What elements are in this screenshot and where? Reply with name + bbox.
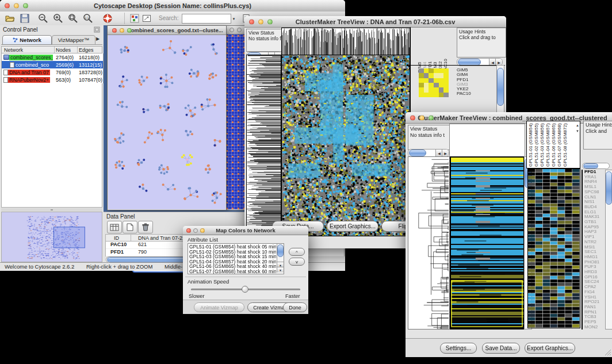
heatmap-column-label[interactable]: PFD1 (428, 29, 433, 73)
heatmap-row-label[interactable]: PAC10 (457, 91, 471, 96)
close-button[interactable] (249, 19, 254, 24)
tabs-overflow-arrow[interactable]: ▶ (96, 36, 100, 41)
network-overview-icon[interactable] (124, 13, 141, 24)
help-lifering-icon[interactable] (101, 13, 114, 24)
tv1-usage-hints-title: Usage Hints (459, 29, 485, 35)
tv2-main-heatmap[interactable] (450, 156, 525, 329)
new-attribute-icon[interactable] (123, 221, 137, 233)
treeview2-window: ClusterMaker TreeView : combined_scores_… (406, 112, 612, 357)
attribute-select-icon[interactable] (107, 221, 122, 233)
heatmap-column-label[interactable]: GIM3 (433, 29, 438, 73)
heatmap-cell (439, 68, 444, 73)
heatmap-column-label[interactable]: GPL51-03 (GSM856) (540, 122, 545, 167)
minimize-button[interactable] (258, 19, 263, 24)
animation-speed-slider[interactable] (191, 289, 300, 290)
tv2-save-data-button[interactable]: Save Data... (482, 343, 520, 354)
tv2-status-hscrollbar[interactable]: ◀ ▶ (408, 149, 449, 157)
tv1-gene-dendrogram[interactable] (246, 55, 281, 236)
heatmap-column-label[interactable]: PAC10 (443, 29, 448, 73)
treeview1-title-bar[interactable]: ClusterMaker TreeView : DNA and Tran 07-… (244, 16, 506, 28)
dialog-title-bar[interactable]: Map Colors to Network (183, 226, 308, 235)
heatmap-column-label[interactable]: GPL51-06 (GSM865) (552, 122, 556, 167)
zoom-window-button[interactable] (267, 19, 273, 24)
network-canvas-1[interactable] (108, 35, 225, 209)
tv1-export-graphics-button[interactable]: Export Graphics... (327, 221, 378, 232)
zoom-selected-icon[interactable]: 1:1 (82, 13, 94, 24)
close-button[interactable] (5, 3, 10, 9)
minimize-button[interactable] (14, 3, 19, 9)
zoom-fit-icon[interactable] (67, 13, 79, 24)
network-tree-row[interactable]: RNAPuberNov2+563(0)107847(0) (2, 76, 103, 83)
heatmap-column-label[interactable]: GIM5 (418, 29, 422, 73)
zoom-window-button[interactable] (200, 228, 205, 233)
scroll-right-arrow[interactable]: ▶ (442, 150, 449, 156)
labels-down-arrow[interactable]: ▼ (576, 129, 579, 133)
tab-vizmapper[interactable]: VizMapper™ (52, 35, 95, 45)
frame-minimize-button[interactable] (120, 28, 124, 33)
zoom-out-icon[interactable] (37, 13, 49, 24)
network-tree-row[interactable]: DNA and Tran 07769(0)183728(0) (2, 68, 103, 76)
panel-splitter[interactable] (1, 208, 102, 211)
animation-speed-label: Animation Speed (188, 278, 229, 285)
tv2-export-graphics-button[interactable]: Export Graphics... (525, 343, 575, 354)
close-button[interactable] (410, 115, 415, 120)
animate-vizmap-button[interactable]: Animate Vizmap (194, 302, 244, 312)
minimize-button[interactable] (193, 228, 198, 233)
tv2-zoom-heatmap[interactable] (527, 168, 580, 328)
heatmap-column-label[interactable]: YKE2 (438, 29, 443, 73)
frame-zoom-button[interactable] (127, 28, 132, 33)
network-tree-empty-area[interactable] (1, 83, 102, 208)
birdseye-view[interactable] (1, 212, 102, 262)
float-panel-icon[interactable] (94, 26, 100, 33)
search-input[interactable] (182, 14, 231, 24)
status-pan-hint: Middle- (165, 263, 182, 270)
resize-grip[interactable] (605, 349, 611, 356)
attribute-list[interactable]: GPL51-01 (GSM854) heat shock 05 minGPL51… (188, 243, 284, 274)
zoom-in-icon[interactable] (52, 13, 64, 24)
save-icon[interactable] (18, 13, 31, 24)
tv2-settings-button[interactable]: Settings... (440, 343, 477, 354)
heatmap-cell (424, 87, 429, 92)
heatmap-cell (434, 87, 439, 92)
tv1-main-heatmap[interactable] (281, 55, 410, 236)
frame-close-button[interactable] (112, 28, 117, 33)
tab-network[interactable]: Network (2, 35, 52, 45)
network-tree-row[interactable]: combined_sco2569(6)13112(15) (2, 61, 103, 68)
scroll-down-arrow[interactable]: ▼ (277, 267, 284, 273)
main-title-bar[interactable]: Cytoscape Desktop (Session Name: collins… (0, 0, 345, 12)
minimize-button[interactable] (419, 115, 424, 120)
delete-attribute-icon[interactable] (138, 221, 153, 233)
attribute-list-item[interactable]: GPL51-07 (GSM868) heat shock 60 min (189, 269, 276, 274)
heatmap-column-label[interactable]: GPL51-01 (GSM854) (529, 122, 533, 167)
heatmap-column-label[interactable]: GPL51-04 (GSM857) (546, 122, 550, 167)
annotation-icon[interactable] (140, 13, 153, 24)
heatmap-column-label[interactable]: GPL51-02 (GSM855) (534, 122, 539, 167)
network-frame-1[interactable]: combined_scores_good.txt--cluste... (107, 25, 227, 210)
slider-thumb[interactable] (242, 286, 248, 293)
tv2-gene-labels: PFD1YRA1RNR4MSL1SPC98CLN1NIS1BUD4ELG1MAK… (582, 170, 607, 329)
network-tree-row[interactable]: combined_scores_2764(0)16218(0) (2, 53, 103, 61)
move-up-button[interactable]: ^ (289, 248, 305, 256)
move-down-button[interactable]: v (289, 258, 305, 266)
tv2-gene-dendrogram[interactable] (408, 156, 450, 329)
tv1-array-dendrogram[interactable] (281, 28, 410, 55)
tv2-gene-hscrollbar[interactable] (582, 163, 610, 169)
done-button[interactable]: Done (283, 302, 307, 312)
tv2-gene-vscrollbar[interactable] (605, 170, 612, 329)
gene-label[interactable]: MON2 (584, 325, 607, 329)
network-name: combined_scores_ (9, 55, 53, 60)
heatmap-column-label[interactable]: GPL51-08 (GSM872) (563, 122, 568, 167)
heatmap-column-label[interactable]: GIM4 (423, 29, 427, 73)
zoom-window-button[interactable] (429, 115, 434, 120)
heatmap-column-label[interactable]: GPL51-07 (GSM868) (557, 122, 562, 167)
close-button[interactable] (186, 228, 191, 233)
zoom-window-button[interactable] (23, 3, 28, 9)
search-dropdown-arrow[interactable]: ▾ (230, 14, 238, 24)
tv1-zoom-heatmap[interactable] (419, 68, 449, 97)
labels-up-arrow[interactable]: ▲ (576, 124, 579, 127)
treeview2-title-bar[interactable]: ClusterMaker TreeView : combined_scores_… (406, 112, 612, 124)
open-file-icon[interactable] (3, 13, 16, 24)
network-frame-title-bar[interactable]: combined_scores_good.txt--cluste... (108, 26, 226, 35)
attribute-list-vscrollbar[interactable]: ▲ ▼ (277, 244, 284, 273)
network-table-header[interactable]: Network Nodes Edges (1, 46, 102, 53)
